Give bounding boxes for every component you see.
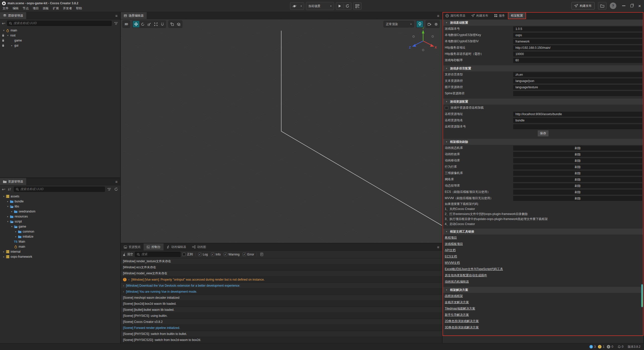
menu-item-2[interactable]: 节点 <box>21 6 31 11</box>
tab-服务[interactable]: 服务 <box>491 12 508 19</box>
console-log-row[interactable]: [Scene] [PHYSICS2D]: switch from box2d-w… <box>121 337 442 343</box>
console-log-row[interactable]: ›[Window] Download the Vue Devtools exte… <box>121 283 442 289</box>
field-input[interactable]: language/json <box>513 78 642 83</box>
create-node-button[interactable]: +▾ <box>2 22 5 25</box>
filter-type-icon[interactable] <box>113 21 118 26</box>
chevron-right-icon[interactable]: ▸ <box>14 230 18 233</box>
remove-module-button[interactable]: 剔除 <box>513 146 642 151</box>
build-publish-button[interactable]: 构建发布 <box>571 2 595 10</box>
mode-3d-button[interactable]: 3D <box>123 21 130 27</box>
field-input[interactable]: oops <box>513 33 642 38</box>
remove-module-button[interactable]: 剔除 <box>513 158 642 163</box>
menu-item-6[interactable]: 开发者 <box>61 6 74 11</box>
error-message-counter[interactable]: × 0 <box>607 345 613 348</box>
pivot-button[interactable] <box>169 21 175 27</box>
chevron-right-icon[interactable]: ▸ <box>2 250 6 253</box>
tree-node-oops-framework[interactable]: ▸oops-framework <box>0 254 120 259</box>
menu-item-4[interactable]: 面板 <box>41 6 51 11</box>
field-input[interactable]: zh,en <box>513 72 642 77</box>
chevron-down-icon[interactable]: ▾ <box>6 220 10 223</box>
window-restore-button[interactable] <box>630 5 633 7</box>
tree-node-assets[interactable]: ▾assets <box>0 194 120 199</box>
create-asset-button[interactable]: +▾ <box>2 188 5 191</box>
regex-toggle[interactable]: 正则 <box>182 252 193 256</box>
tree-node-common[interactable]: ▸common <box>0 229 120 234</box>
play-button[interactable] <box>336 3 343 10</box>
console-search-input[interactable]: 搜索 <box>135 252 181 257</box>
view-settings-button[interactable] <box>433 21 439 27</box>
field-input[interactable] <box>513 124 642 129</box>
doc-link[interactable]: MVVM文档 <box>445 261 460 265</box>
section-header[interactable]: ▾游戏多语言配置 <box>442 65 643 71</box>
chevron-right-icon[interactable]: ▸ <box>6 200 10 203</box>
remove-module-button[interactable]: 剔除 <box>513 196 642 201</box>
console-log-row[interactable]: [Scene] Forward render pipeline initiali… <box>121 325 442 331</box>
section-header[interactable]: ▾框架文档工具链接 <box>442 229 643 235</box>
tab-assets[interactable]: 资源管理器 <box>0 178 26 185</box>
doc-link[interactable]: Excel格式转Json文件与TypeScript代码工具 <box>445 267 503 271</box>
console-log-row[interactable]: [Window] ecs文件夹存在 <box>121 265 442 271</box>
field-input[interactable] <box>513 91 642 96</box>
field-input[interactable]: 10000 <box>513 52 642 57</box>
tree-node-initialize[interactable]: ▸initialize <box>0 234 120 239</box>
section-header[interactable]: ▾框架解决方案 <box>442 287 643 293</box>
camera-settings-button[interactable] <box>426 21 433 27</box>
coordinate-button[interactable] <box>175 21 182 27</box>
doc-link[interactable]: 原生包热更新配置自动生成插件 <box>445 273 487 278</box>
rect-tool-button[interactable] <box>152 21 159 27</box>
tab-框架配置[interactable]: 框架配置 <box>508 12 526 19</box>
doc-link[interactable]: 游戏模板项目 <box>445 242 463 246</box>
filter-warning[interactable]: ✓Warning <box>224 253 239 256</box>
panel-menu-icon[interactable]: ≡ <box>113 12 120 19</box>
chevron-right-icon[interactable]: ▸ <box>10 210 14 213</box>
menu-item-3[interactable]: 项目 <box>31 6 41 11</box>
sort-assets-icon[interactable] <box>7 187 12 192</box>
console-log-row[interactable]: !›[Window] [Vue warn]: Property "onInput… <box>121 277 442 283</box>
filter-log[interactable]: ✓Log <box>198 253 208 256</box>
scale-tool-button[interactable] <box>146 21 152 27</box>
refresh-assets-icon[interactable] <box>113 187 118 192</box>
remove-module-button[interactable]: 剔除 <box>513 177 642 182</box>
remove-module-button[interactable]: 剔除 <box>513 164 642 169</box>
save-button[interactable]: 保存 <box>538 130 549 137</box>
section-header[interactable]: ▾游戏资源配置 <box>442 99 643 105</box>
console-log-row[interactable]: [Scene] meshopt wasm decoder initialized <box>121 295 442 301</box>
tree-node-root[interactable]: ▾root <box>0 33 120 38</box>
preview-target-caret[interactable]: ▾ <box>299 3 304 10</box>
doc-link[interactable]: 战棋游戏框架 <box>445 294 463 298</box>
lighting-toggle-button[interactable] <box>417 21 423 27</box>
console-log-row[interactable]: [Scene] [box2d]:box2d wasm lib loaded. <box>121 301 442 307</box>
info-message-counter[interactable]: i 3 <box>589 345 596 348</box>
tree-node-Main[interactable]: TSMain <box>0 239 120 244</box>
doc-link[interactable]: 动画状态机编辑器 <box>445 280 469 284</box>
console-log-row[interactable]: [Window] model_view文件夹存在 <box>121 271 442 277</box>
menu-item-1[interactable]: 编辑 <box>11 6 21 11</box>
axis-gizmo[interactable]: Y X Z <box>409 26 437 51</box>
reload-button[interactable] <box>344 3 351 10</box>
doc-link[interactable]: 3D角色扮演游戏解决方案 <box>445 325 479 330</box>
tab-构建发布[interactable]: 构建发布 <box>468 12 491 19</box>
tab-动画图[interactable]: 动画图 <box>189 243 209 250</box>
tab-控制台[interactable]: 控制台 <box>144 243 164 250</box>
tab-属性检查器[interactable]: 属性检查器 <box>442 12 468 19</box>
open-project-folder-button[interactable] <box>598 2 607 10</box>
preview-qr-button[interactable] <box>353 3 361 10</box>
chevron-down-icon[interactable]: ▾ <box>10 225 14 228</box>
tree-node-script[interactable]: ▾script <box>0 219 120 224</box>
tree-node-internal[interactable]: ▸internal <box>0 249 120 254</box>
chevron-right-icon[interactable]: ▸ <box>10 44 14 47</box>
menu-item-5[interactable]: 扩展 <box>51 6 61 11</box>
filter-assets-icon[interactable] <box>107 187 112 192</box>
console-log-row[interactable]: [Scene] Cocos Creator v3.8.2 <box>121 319 442 325</box>
doc-link[interactable]: 2D角色扮演游戏解决方案 <box>445 319 479 323</box>
assets-search-input[interactable]: 搜索名称或 UUID <box>14 187 105 192</box>
doc-link[interactable]: 教程项目 <box>445 236 457 240</box>
remove-module-button[interactable]: 剔除 <box>513 171 642 176</box>
console-log-row[interactable]: [Scene] [bullet]:bullet wasm lib loaded. <box>121 307 442 313</box>
tree-node-gui[interactable]: ▸gui <box>0 43 120 48</box>
scene-selector-dropdown[interactable]: 当前场景 ▾ <box>306 2 334 10</box>
chevron-down-icon[interactable]: ▾ <box>6 205 10 208</box>
field-input[interactable]: language/texture <box>513 85 642 90</box>
checkbox[interactable] <box>445 106 448 110</box>
tree-node-bundle[interactable]: ▸bundle <box>0 199 120 204</box>
